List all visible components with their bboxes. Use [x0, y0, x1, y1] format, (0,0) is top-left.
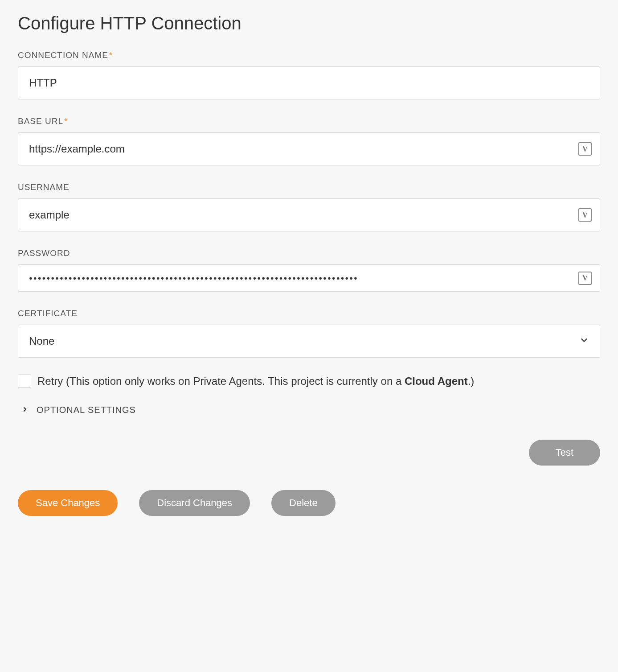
test-button[interactable]: Test — [529, 440, 600, 466]
field-password: Password V — [18, 248, 600, 292]
discard-button[interactable]: Discard Changes — [139, 490, 250, 516]
optional-settings-toggle[interactable]: Optional Settings — [18, 405, 600, 415]
bottom-buttons: Save Changes Discard Changes Delete — [18, 490, 600, 516]
optional-settings-label: Optional Settings — [37, 405, 136, 415]
test-button-row: Test — [18, 440, 600, 466]
base-url-input-wrap: V — [18, 132, 600, 165]
base-url-input[interactable] — [18, 133, 600, 165]
connection-name-input-wrap — [18, 66, 600, 99]
password-input-wrap: V — [18, 264, 600, 292]
retry-checkbox-row: Retry (This option only works on Private… — [18, 375, 600, 388]
field-base-url: Base URL* V — [18, 116, 600, 165]
variable-icon[interactable]: V — [578, 208, 592, 222]
connection-name-input[interactable] — [18, 67, 600, 99]
certificate-label: Certificate — [18, 309, 600, 318]
field-connection-name: Connection Name* — [18, 50, 600, 99]
username-label: Username — [18, 182, 600, 192]
retry-checkbox[interactable] — [18, 375, 31, 388]
save-button[interactable]: Save Changes — [18, 490, 118, 516]
password-input[interactable] — [18, 265, 600, 291]
chevron-right-icon — [21, 406, 29, 415]
delete-button[interactable]: Delete — [271, 490, 336, 516]
field-certificate: Certificate None — [18, 309, 600, 358]
username-input[interactable] — [18, 199, 600, 231]
field-username: Username V — [18, 182, 600, 231]
connection-name-label: Connection Name* — [18, 50, 600, 60]
variable-icon[interactable]: V — [578, 272, 592, 285]
base-url-label: Base URL* — [18, 116, 600, 126]
required-asterisk-icon: * — [109, 50, 113, 60]
password-label: Password — [18, 248, 600, 258]
page-title: Configure HTTP Connection — [18, 13, 600, 33]
certificate-select[interactable]: None — [18, 325, 600, 358]
chevron-down-icon — [579, 335, 589, 347]
username-input-wrap: V — [18, 198, 600, 231]
retry-checkbox-label: Retry (This option only works on Private… — [37, 375, 474, 388]
required-asterisk-icon: * — [64, 116, 68, 126]
variable-icon[interactable]: V — [578, 142, 592, 156]
certificate-value: None — [18, 325, 600, 357]
